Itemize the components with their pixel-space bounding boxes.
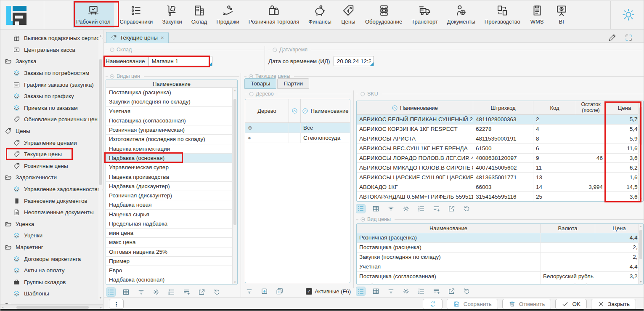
- price-type-row[interactable]: Предельная надбавка: [106, 219, 237, 229]
- price-type-row[interactable]: Наценка комплектации: [106, 144, 237, 154]
- sidebar-item[interactable]: Заказы по графику: [0, 90, 103, 102]
- expand-plus-icon[interactable]: [260, 287, 269, 295]
- sidebar-item[interactable]: Заказы по потребностям: [0, 67, 103, 79]
- sku-row[interactable]: АБРИКОС БЕЛЫЙ ПЕЛИКАН СУШЕНЫЙ 200Г Е 481…: [357, 115, 643, 125]
- checkbox-checked-icon[interactable]: ✓: [306, 288, 312, 295]
- subtab[interactable]: Партии: [277, 78, 309, 89]
- grid-view-icon[interactable]: [371, 205, 380, 213]
- subtab[interactable]: Товары: [244, 78, 276, 89]
- scroll-up-icon[interactable]: ▲: [99, 34, 102, 37]
- footer-button[interactable]: [423, 299, 443, 309]
- tree-expander-icon[interactable]: ●: [248, 135, 251, 141]
- price-type-row[interactable]: макс цена: [106, 238, 237, 247]
- sidebar-item[interactable]: Акты на оплату: [0, 265, 103, 276]
- active-filter-checkbox[interactable]: ✓ Активные (F6): [306, 286, 351, 297]
- add-row-icon[interactable]: [432, 287, 441, 295]
- sidebar-item[interactable]: Выписка подарочных сертифи: [0, 32, 103, 44]
- price-type-row[interactable]: мин цена: [106, 229, 237, 238]
- collapse-icon[interactable]: [360, 91, 366, 97]
- toolbar-item[interactable]: BI: [551, 1, 572, 28]
- price-type-row[interactable]: Надбавка (основная): [106, 154, 237, 163]
- filter-icon[interactable]: [387, 287, 395, 295]
- sku-row[interactable]: АВТОКАРАНДАШ 0.5ММ+ГРИФЕЛЬ 559511 М 3154…: [357, 192, 643, 202]
- sidebar-item[interactable]: Уценки: [0, 230, 103, 242]
- stock-column-header[interactable]: Остаток (после): [576, 101, 606, 114]
- tree-column-header[interactable]: Дерево: [245, 99, 289, 122]
- toolbar-item[interactable]: Рабочий стол: [73, 1, 114, 28]
- footer-button[interactable]: Сохранить: [447, 299, 498, 309]
- name-column-header[interactable]: Наименование: [357, 101, 473, 114]
- scrollbar-thumb[interactable]: [639, 107, 642, 145]
- settings-icon[interactable]: [402, 205, 411, 213]
- tab-close-icon[interactable]: ×: [161, 35, 164, 41]
- sidebar-item[interactable]: Розничные цены: [0, 160, 103, 172]
- sku-row[interactable]: АБРИКОСЫ ЦАРСКИЕ СУШ.90Г ЦАРСКИЕ 4813635…: [357, 173, 643, 182]
- collapse-icon[interactable]: [272, 47, 278, 53]
- sort-up-icon[interactable]: [302, 108, 308, 114]
- sidebar-item[interactable]: Управление задолженностями: [0, 183, 103, 195]
- filter-icon[interactable]: [245, 287, 254, 295]
- sku-row[interactable]: АБРИКОСЫ ЛОРАДО ПОЛОВ.В ЛЕГ.СИР. 425Г 40…: [357, 154, 643, 163]
- warehouse-name-input[interactable]: [149, 56, 212, 66]
- fullscreen-icon[interactable]: [625, 34, 633, 42]
- toolbar-item[interactable]: Закупки: [159, 1, 185, 28]
- toolbar-item[interactable]: Транспорт: [408, 1, 441, 28]
- list-vertical-scrollbar[interactable]: ▲ ▼: [232, 88, 237, 284]
- scrollbar-thumb[interactable]: [99, 59, 102, 185]
- price-type-row[interactable]: Поставщика (согласованная): [106, 116, 237, 125]
- filter-icon[interactable]: [387, 205, 395, 213]
- sku-row[interactable]: АВОКАДО 1КГ 66003 14 3,994 14,59: [357, 182, 643, 192]
- list-view-icon[interactable]: [356, 205, 365, 213]
- toolbar-item[interactable]: Справочники: [117, 1, 156, 28]
- sidebar-item[interactable]: Неоплаченные документы: [0, 207, 103, 218]
- scrollbar-thumb[interactable]: [16, 306, 89, 309]
- price-type-row[interactable]: Пример: [106, 257, 237, 266]
- sku-row[interactable]: АБРИКОСЫ МИКАДО ПОЛОВ.В СИРОПЕ 850Г 4007…: [357, 163, 643, 173]
- price-type-row[interactable]: Наценка сырья: [106, 210, 237, 219]
- toolbar-item[interactable]: WMS: [526, 1, 548, 28]
- sku-vertical-scrollbar[interactable]: ▲ ▼: [638, 101, 643, 201]
- grid-view-icon[interactable]: [371, 287, 380, 295]
- sku-row[interactable]: АБРИКОСЫ АРИСТА 4811535000191 8 5,99: [357, 134, 643, 144]
- scroll-up-icon[interactable]: ▲: [639, 225, 643, 228]
- toolbar-item[interactable]: Финансы: [305, 1, 335, 28]
- footer-button[interactable]: OK: [555, 299, 587, 309]
- sku-row[interactable]: АБРИКОС КОРЗИНКА 1КГ RESPECT 62278 4 5,4…: [357, 125, 643, 134]
- grid-view-icon[interactable]: [122, 288, 130, 296]
- toolbar-item[interactable]: Розничная торговля: [245, 1, 303, 28]
- add-row-icon[interactable]: [432, 205, 441, 213]
- panel-splitter[interactable]: [353, 90, 354, 288]
- scroll-up-icon[interactable]: ▲: [233, 89, 237, 92]
- scroll-up-icon[interactable]: ▲: [639, 102, 643, 105]
- price-type-row[interactable]: Евро: [106, 266, 237, 275]
- list-view-icon[interactable]: [356, 287, 365, 295]
- price-type-row[interactable]: Розничная (дискаунтер): [106, 191, 237, 200]
- sidebar-item[interactable]: Шаблоны: [0, 288, 103, 300]
- toolbar-item[interactable]: Цены: [337, 1, 359, 28]
- sidebar-item[interactable]: Обновление розничных цен: [0, 114, 103, 125]
- collapse-icon[interactable]: [109, 47, 115, 53]
- open-external-icon[interactable]: [447, 287, 456, 295]
- price-view-row[interactable]: Поставщика (расценка) 2,5: [357, 243, 643, 253]
- sidebar-item[interactable]: Закупка: [0, 56, 103, 67]
- price-type-row[interactable]: Надбавка (дискаунтер): [106, 182, 237, 191]
- settings-icon[interactable]: [402, 287, 411, 295]
- collapse-icon[interactable]: [360, 217, 366, 222]
- sidebar-item[interactable]: Управление ценами: [0, 137, 103, 149]
- scroll-down-icon[interactable]: ▼: [639, 197, 643, 200]
- sidebar-item[interactable]: Графики заказов (закупка): [0, 79, 103, 90]
- list-view-icon[interactable]: [106, 288, 115, 296]
- sort-column-header[interactable]: [289, 99, 301, 122]
- price-view-row[interactable]: Розничная (расценка) 4,49: [357, 233, 643, 243]
- sku-row[interactable]: АБРИКОСЫ ВЕС.СУШ 1КГ НЕТ БРЕНДА 61500 6 …: [357, 144, 643, 154]
- sidebar-item[interactable]: Разнесение документов: [0, 195, 103, 207]
- open-external-icon[interactable]: [197, 288, 206, 296]
- toolbar-item[interactable]: Склад: [188, 1, 211, 28]
- currency-column-header[interactable]: Валюта: [541, 224, 595, 233]
- sun-icon[interactable]: [622, 8, 635, 21]
- scrollbar-thumb[interactable]: [639, 230, 642, 259]
- barcode-column-header[interactable]: Штрихкод: [473, 101, 533, 114]
- sidebar-item[interactable]: Уценка: [0, 218, 103, 230]
- sidebar-item[interactable]: Задолженности: [0, 172, 103, 183]
- sidebar-item[interactable]: Приемка по заказам: [0, 102, 103, 114]
